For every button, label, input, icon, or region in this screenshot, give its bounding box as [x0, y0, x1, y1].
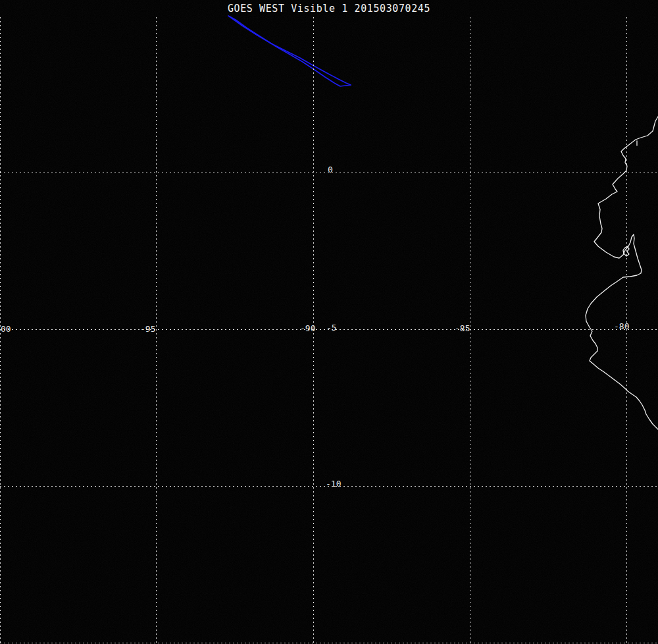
- image-title: GOES WEST Visible 1 201503070245: [0, 3, 658, 14]
- lon-label--100-clipped: 00: [1, 325, 11, 333]
- lon-label--80: -80: [614, 322, 629, 331]
- lat-label--5: -5: [326, 323, 337, 332]
- image-noise: [0, 0, 658, 644]
- gridline-lon--95: [156, 17, 157, 644]
- lon-label--85: -85: [455, 324, 470, 333]
- satellite-display: GOES WEST Visible 1 201503070245 00 -95 …: [0, 0, 658, 644]
- lat-label--10: -10: [326, 479, 341, 488]
- lon-label--90: -90: [300, 324, 315, 333]
- gridline-lat--15: [0, 643, 658, 643]
- map-overlay-canvas: [0, 0, 658, 644]
- lon-label--95: -95: [140, 325, 155, 333]
- lat-label-0: 0: [328, 165, 333, 174]
